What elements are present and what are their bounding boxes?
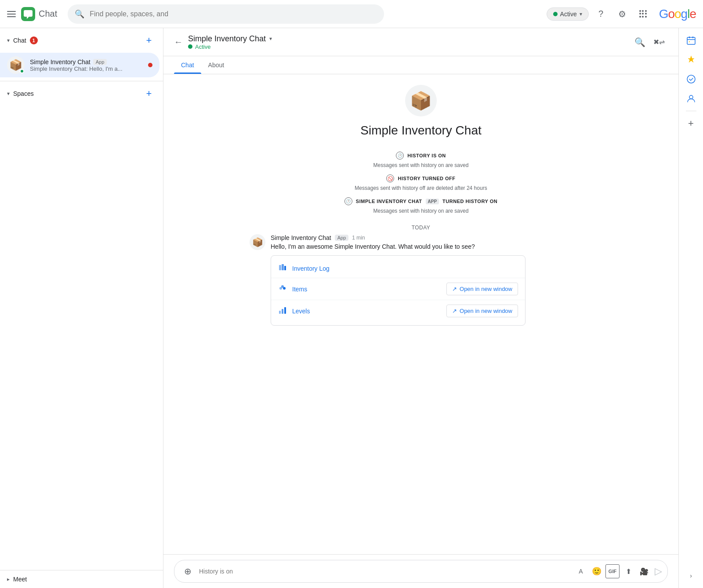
msg-app-badge: App: [335, 235, 349, 241]
history-on-sub: Messages sent with history on are saved: [373, 162, 469, 168]
levels-open-button[interactable]: ↗ Open in new window: [446, 305, 518, 317]
items-open-button[interactable]: ↗ Open in new window: [446, 283, 518, 295]
chat-header: ← Simple Inventory Chat ▾ Active 🔍 ✖⇌: [163, 28, 678, 56]
input-add-button[interactable]: ⊕: [180, 563, 196, 579]
pin-button[interactable]: ✖⇌: [650, 33, 668, 51]
chat-section-title: ▾ Chat 1: [7, 36, 38, 44]
sidebar: ▾ Chat 1 + 📦 Simple Inventory Chat App S…: [0, 28, 163, 588]
history-off-row: 🚫 HISTORY TURNED OFF: [386, 174, 455, 182]
spaces-section-header[interactable]: ▾ Spaces +: [0, 81, 163, 106]
history-messages: 🕐 HISTORY IS ON Messages sent with histo…: [250, 152, 592, 214]
svg-rect-2: [282, 264, 284, 270]
chat-item-app-badge: App: [93, 59, 107, 65]
chat-header-name: Simple Inventory Chat: [188, 34, 266, 44]
calendar-button[interactable]: [682, 32, 700, 49]
input-actions: A 🙂 GIF ⬆ 🎥: [574, 564, 651, 578]
back-button[interactable]: ←: [174, 37, 183, 47]
inventory-log-label[interactable]: Inventory Log: [292, 265, 518, 272]
header-actions: 🔍 ✖⇌: [631, 33, 668, 51]
card-row-levels[interactable]: Levels ↗ Open in new window: [271, 300, 525, 322]
today-divider: TODAY: [412, 225, 431, 231]
bot-avatar-emoji-icon: 📦: [410, 91, 432, 111]
history-off-icon: 🚫: [386, 174, 394, 182]
unread-dot-icon: [148, 63, 152, 67]
svg-point-15: [689, 95, 693, 99]
chat-search-button[interactable]: 🔍: [631, 33, 649, 51]
svg-rect-9: [284, 307, 286, 314]
history-app-suffix: TURNED HISTORY ON: [442, 199, 497, 204]
tab-chat[interactable]: Chat: [174, 56, 201, 74]
video-button[interactable]: 🎥: [637, 564, 651, 578]
chat-header-info: Simple Inventory Chat ▾ Active: [188, 34, 631, 50]
emoji-button[interactable]: 🙂: [590, 564, 604, 578]
bot-avatar-large: 📦: [405, 85, 437, 116]
keep-button[interactable]: [682, 51, 700, 69]
items-icon: [278, 284, 287, 294]
top-nav: Chat 🔍 Active ▾ ? ⚙ Google: [0, 0, 703, 28]
history-app-row: 🕐 SIMPLE INVENTORY CHAT APP TURNED HISTO…: [344, 197, 497, 205]
history-app-icon: 🕐: [344, 197, 352, 205]
input-bar: ⊕ A 🙂 GIF ⬆ 🎥 ▷: [174, 560, 668, 583]
chat-header-status: Active: [188, 44, 631, 50]
svg-rect-10: [687, 37, 695, 44]
google-apps-button[interactable]: [634, 5, 652, 23]
msg-content: Simple Inventory Chat App 1 min Hello, I…: [271, 234, 592, 326]
active-status-button[interactable]: Active ▾: [547, 7, 589, 21]
external-link-icon: ↗: [452, 286, 457, 292]
contacts-button[interactable]: [682, 90, 700, 107]
add-app-button[interactable]: +: [682, 115, 700, 132]
chat-section-label: Chat: [13, 37, 26, 44]
tab-about[interactable]: About: [201, 56, 232, 74]
message-input[interactable]: [199, 568, 570, 575]
levels-label[interactable]: Levels: [292, 308, 441, 315]
chat-body: 📦 Simple Inventory Chat 🕐 HISTORY IS ON …: [163, 74, 678, 554]
gif-button[interactable]: GIF: [605, 564, 620, 578]
menu-button[interactable]: [7, 11, 16, 17]
active-dot-small-icon: [20, 69, 24, 73]
items-label[interactable]: Items: [292, 286, 441, 293]
google-logo: Google: [659, 7, 696, 21]
chevron-down-icon: ▾: [580, 11, 582, 17]
chat-chevron-icon: ▾: [7, 37, 10, 44]
add-chat-button[interactable]: +: [142, 33, 156, 47]
nav-actions: Active ▾ ? ⚙ Google: [547, 5, 696, 23]
card-row-inventory-log[interactable]: Inventory Log: [271, 259, 525, 278]
svg-rect-11: [689, 36, 690, 38]
chat-header-chevron-icon[interactable]: ▾: [269, 36, 272, 42]
msg-time: 1 min: [352, 235, 365, 241]
right-sidebar: + ›: [678, 28, 703, 588]
card-row-items[interactable]: Items ↗ Open in new window: [271, 278, 525, 300]
meet-section-label: Meet: [13, 576, 27, 583]
search-bar[interactable]: 🔍: [68, 4, 384, 24]
svg-rect-3: [284, 266, 286, 270]
meet-section-header[interactable]: ▸ Meet: [0, 570, 163, 588]
active-dot-icon: [553, 12, 558, 16]
chat-item-name: Simple Inventory Chat: [30, 58, 91, 65]
chat-item-preview: Simple Inventory Chat: Hello, I'm a...: [30, 65, 143, 72]
search-input[interactable]: [90, 10, 377, 18]
spaces-section: ▾ Spaces +: [0, 81, 163, 106]
send-button[interactable]: ▷: [655, 566, 662, 577]
message-row: 📦 Simple Inventory Chat App 1 min Hello,…: [250, 234, 592, 326]
expand-button[interactable]: ›: [682, 567, 700, 584]
msg-header: Simple Inventory Chat App 1 min: [271, 234, 592, 241]
add-space-button[interactable]: +: [142, 87, 156, 101]
chat-item-simple-inventory[interactable]: 📦 Simple Inventory Chat App Simple Inven…: [0, 53, 159, 77]
right-sidebar-divider: [686, 111, 696, 111]
history-off-label: HISTORY TURNED OFF: [398, 176, 455, 181]
chat-item-info: Simple Inventory Chat App Simple Invento…: [30, 58, 143, 72]
tasks-button[interactable]: [682, 70, 700, 88]
spaces-section-title: ▾ Spaces: [7, 90, 34, 97]
format-text-button[interactable]: A: [574, 564, 588, 578]
input-area: ⊕ A 🙂 GIF ⬆ 🎥 ▷: [163, 554, 678, 588]
levels-icon: [278, 306, 287, 316]
history-app-badge: APP: [426, 199, 439, 204]
chat-section-header[interactable]: ▾ Chat 1 +: [0, 28, 163, 53]
help-button[interactable]: ?: [592, 5, 610, 23]
main-layout: ▾ Chat 1 + 📦 Simple Inventory Chat App S…: [0, 28, 703, 588]
items-open-label: Open in new window: [460, 286, 512, 292]
settings-button[interactable]: ⚙: [613, 5, 631, 23]
upload-button[interactable]: ⬆: [621, 564, 635, 578]
inventory-log-icon: [278, 264, 287, 273]
external-link-levels-icon: ↗: [452, 308, 457, 314]
